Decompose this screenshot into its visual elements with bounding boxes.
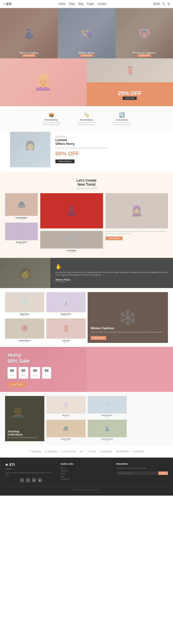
service-title-2: Free Delivery xyxy=(74,119,99,121)
trend-product-3: 🧤 Link Raglan $38.00 xyxy=(40,231,103,253)
hero-btn-2[interactable]: SHOP NOW xyxy=(80,54,93,57)
promo-content: Limited Time LimitedOffers Hurry Lorem i… xyxy=(50,132,163,168)
footer-logo-sub: FASHION xyxy=(5,468,57,470)
trend-product-2-img: 👚 xyxy=(5,223,38,240)
trend-product-1: 🧥 Latina Raglan $34.00 xyxy=(5,193,38,220)
nav-contact[interactable]: Contact xyxy=(98,3,106,5)
nav-home[interactable]: Home xyxy=(59,3,65,5)
sale-shop-btn[interactable]: SHOP NOW xyxy=(8,382,27,387)
footer-social: f t in p xyxy=(5,478,57,482)
instagram-icon[interactable]: in xyxy=(32,478,36,482)
brand-2: ⬡ logoboom xyxy=(45,450,57,453)
trending-product-2: 👕 Plus Size Shirt $32.00 xyxy=(88,396,127,418)
brand-4: ●●● xyxy=(80,450,84,453)
trend-product-3-price: $38.00 xyxy=(40,251,103,253)
footer-link-contact[interactable]: Contact Us xyxy=(61,478,112,480)
trending-section: 👨‍💼 TrendingCollections Lorem ipsum dolo… xyxy=(0,392,173,445)
winter-product-3-name: Denim Woven xyxy=(5,340,44,341)
nav-pages[interactable]: Pages xyxy=(87,3,94,5)
trend-product-2: 👚 Purple Stitch $28.00 xyxy=(5,223,38,245)
winter-product-3-price: $42.00 xyxy=(5,341,44,343)
logo-icon: ★ xyxy=(3,3,5,5)
pinterest-icon[interactable]: p xyxy=(38,478,42,482)
testimonial-content: ✋ Duis aute irure dolor in reprehenderit… xyxy=(50,258,173,288)
brand-6: ⬡ logoboom xyxy=(100,450,112,453)
winter-product-2-price: $18.00 xyxy=(46,315,86,316)
sale-content: Hurry50% Sale 00 Hours 00 Minutes 00 Sec… xyxy=(0,347,173,392)
trend-product-2-name: Purple Stitch xyxy=(5,241,38,243)
trending-featured: 👨‍💼 TrendingCollections Lorem ipsum dolo… xyxy=(5,396,44,441)
footer-links-title: Quick Links xyxy=(61,463,112,465)
logo: ★ ETI xyxy=(3,2,11,6)
sale-section: Hurry50% Sale 00 Hours 00 Minutes 00 Sec… xyxy=(0,347,173,392)
footer-link-home[interactable]: Home xyxy=(61,467,112,469)
quote-icon: ✋ xyxy=(55,264,168,270)
trend-grid: 🧥 Latina Raglan $34.00 👚 Purple Stitch $… xyxy=(5,193,168,253)
brands-section: ⬡ logoboom ⬡ logoboom ▲ LOGOPTUM ●●● ✦ a… xyxy=(0,445,173,458)
hero-btn-1[interactable]: SHOP NOW xyxy=(22,54,36,57)
promo-more-btn[interactable]: MORE DETAILS xyxy=(55,159,75,163)
testimonial-quote: Duis aute irure dolor in reprehenderit i… xyxy=(55,271,168,276)
trending-product-2-img: 👕 xyxy=(88,396,127,414)
footer-email-input[interactable] xyxy=(116,471,157,475)
feature-discount-pct: 25% OFF xyxy=(118,90,142,97)
promo-image: 👩 xyxy=(10,132,50,168)
nav-blog[interactable]: Blog xyxy=(78,3,83,5)
winter-product-2-name: Minimal Tee xyxy=(46,313,86,315)
winter-product-4: 🧣 Lace Set $56.00 xyxy=(46,318,86,343)
menu-icon[interactable]: ☰ xyxy=(167,2,170,6)
winter-product-3: 🧶 Denim Woven $42.00 xyxy=(5,318,44,343)
promo-banner: 👩 Limited Time LimitedOffers Hurry Lorem… xyxy=(10,132,163,168)
trending-product-4-img: 👗 xyxy=(88,420,127,437)
footer-subscribe-btn[interactable]: SUBMIT xyxy=(158,471,168,475)
feature-band: 👱‍♀️ 🧣 25% OFF PLAY NOW xyxy=(0,58,173,106)
footer-link-about[interactable]: About Us xyxy=(61,470,112,472)
count-seconds: 00 Seconds xyxy=(30,367,40,379)
facebook-icon[interactable]: f xyxy=(20,478,24,482)
tag-icon: 🏷️ xyxy=(74,112,99,118)
footer-link-blog[interactable]: Blog xyxy=(61,475,112,477)
nav-actions: $0.00 🔍 ☰ xyxy=(154,2,170,6)
count-hours: 00 Hours xyxy=(8,367,17,379)
trend-product-2-price: $28.00 xyxy=(5,243,38,245)
twitter-icon[interactable]: t xyxy=(26,478,30,482)
hero-btn-3[interactable]: SHOP NOW xyxy=(137,54,151,57)
trending-product-3: 🧥 Summer Maxi $44.00 xyxy=(46,420,86,441)
countdown: 00 Hours 00 Minutes 00 Seconds 00 Ms xyxy=(8,367,165,379)
feature-right: 🧣 25% OFF PLAY NOW xyxy=(87,58,173,106)
trending-featured-desc: Lorem ipsum dolor sit amet consectetur a… xyxy=(8,437,38,438)
footer-link-shop[interactable]: Shop xyxy=(61,473,112,474)
winter-product-2: 👔 Minimal Tee $18.00 xyxy=(46,292,86,316)
brand-7: ◉ LOBETUM xyxy=(116,450,129,453)
navbar: ★ ETI Home Shop Blog Pages Contact $0.00… xyxy=(0,0,173,8)
footer: ★ ETI FASHION Lorem ipsum dolor sit amet… xyxy=(0,458,173,496)
refresh-icon: 🔄 xyxy=(109,112,134,118)
trending-product-4: 👗 Dark Turtleneck $38.00 xyxy=(88,420,127,441)
service-desc-3: Lorem ipsum dolor sit amet consectetur a… xyxy=(109,122,134,126)
promo-title: LimitedOffers Hurry xyxy=(55,138,158,146)
trend-product-1-img: 🧥 xyxy=(5,193,38,216)
testimonial-band: 👩 ✋ Duis aute irure dolor in reprehender… xyxy=(0,258,173,288)
winter-section: 👕 Basic Polo $22.00 👔 Minimal Tee $18.00… xyxy=(0,288,173,347)
winter-featured: ❄️ Winter Fashion Lorem ipsum dolor sit … xyxy=(88,292,168,343)
feature-play-btn[interactable]: PLAY NOW xyxy=(123,97,137,100)
promo-desc: Lorem ipsum dolor sit amet consectetur a… xyxy=(55,147,158,149)
nav-shop[interactable]: Shop xyxy=(69,3,75,5)
hero-premium-fashion: 👘 Premium Fashion SHOP NOW xyxy=(115,8,173,58)
winter-product-2-img: 👔 xyxy=(46,292,86,312)
service-free-returns: 🏷️ Free Delivery Lorem ipsum dolor sit a… xyxy=(74,112,99,126)
trending-product-4-price: $38.00 xyxy=(88,440,127,441)
service-title-1: Free Delivery xyxy=(39,119,64,121)
winter-product-1-img: 👕 xyxy=(5,292,44,312)
service-around-day: 🔄 Around Day Lorem ipsum dolor sit amet … xyxy=(109,112,134,126)
winter-product-1: 👕 Basic Polo $22.00 xyxy=(5,292,44,316)
trend-product-3-name: Link Raglan xyxy=(40,250,103,251)
footer-grid: ★ ETI FASHION Lorem ipsum dolor sit amet… xyxy=(5,463,168,482)
winter-product-3-img: 🧶 xyxy=(5,318,44,339)
trend-right-desc: Lorem ipsum dolor sit amet consectetur a… xyxy=(106,230,168,235)
footer-links-col: Quick Links Home About Us Shop Blog Cont… xyxy=(61,463,112,482)
search-icon[interactable]: 🔍 xyxy=(162,2,165,6)
trend-view-btn[interactable]: VIEW MORE xyxy=(106,236,123,240)
service-desc-1: Lorem ipsum dolor sit amet consectetur a… xyxy=(39,122,64,126)
trending-product-3-price: $44.00 xyxy=(46,440,86,441)
